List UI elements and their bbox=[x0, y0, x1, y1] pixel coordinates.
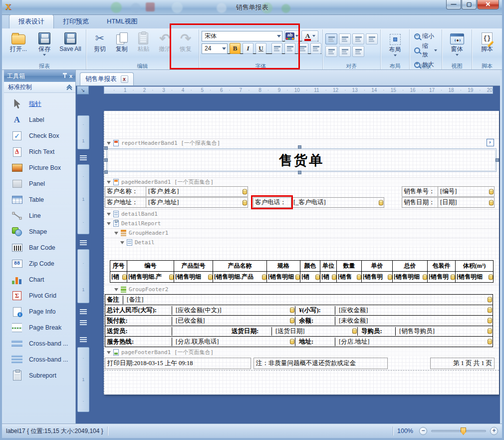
snap-to-grid-button[interactable] bbox=[325, 33, 337, 44]
toolbox-item-picture-box[interactable]: Picture Box bbox=[4, 160, 75, 176]
cut-button[interactable]: ✂ 剪切 bbox=[89, 30, 111, 53]
tab-print-preview[interactable]: 打印预览 bbox=[54, 15, 98, 28]
collapse-triangle-icon[interactable] bbox=[114, 232, 118, 235]
band-page-header[interactable]: pageHeaderBand1 [一个页面集合] bbox=[104, 177, 499, 186]
summary-row-prepaid[interactable]: 预付款: [已收金额] 余额: [未收金额] bbox=[105, 316, 493, 326]
smart-tag-button[interactable] bbox=[487, 139, 494, 146]
toolbox-item-rich-text[interactable]: A Rich Text bbox=[4, 144, 75, 160]
band-grip-handle[interactable] bbox=[80, 155, 87, 160]
close-tab-icon[interactable]: x bbox=[121, 75, 128, 83]
pin-icon[interactable] bbox=[62, 73, 67, 79]
zoom-slider-thumb[interactable] bbox=[461, 428, 466, 435]
align-bottoms-button[interactable] bbox=[352, 46, 364, 57]
copy-button[interactable]: 复制 bbox=[111, 30, 133, 53]
align-text-center-button[interactable] bbox=[284, 43, 295, 54]
detail-table[interactable]: 序号编号 产品型号产品名称 规格颜色 单位数量 单价总价 包装件体积(m³) [… bbox=[110, 260, 494, 283]
field-customer-name[interactable]: 客户名称： [客户.姓名] bbox=[105, 186, 248, 197]
tab-html-view[interactable]: HTML视图 bbox=[98, 15, 146, 28]
paste-button[interactable]: 粘贴 bbox=[133, 30, 155, 53]
band-grip-handle[interactable] bbox=[80, 309, 87, 314]
toolbox-section-standard-controls[interactable]: 标准控制 bbox=[4, 82, 75, 93]
summary-row-hotline[interactable]: 服务热线: [分店.联系电话] 地址: [分店.地址] bbox=[105, 337, 493, 347]
undo-button[interactable]: ↶ 撤消 bbox=[154, 30, 175, 53]
toolbox-item-pointer[interactable]: 指针 bbox=[4, 96, 75, 112]
zoom-button[interactable]: 缩放 bbox=[412, 41, 439, 59]
band-report-header[interactable]: reportHeaderBand1 [一个报表集合] bbox=[104, 138, 499, 147]
toolbox-item-page-break[interactable]: Page Break bbox=[4, 320, 75, 336]
script-button[interactable]: {} 脚本 bbox=[475, 30, 500, 53]
collapse-triangle-icon[interactable] bbox=[120, 241, 124, 244]
bold-button[interactable]: B bbox=[230, 43, 241, 54]
collapse-triangle-icon[interactable] bbox=[107, 222, 111, 225]
summary-row-remark[interactable]: 备注 [备注] bbox=[105, 295, 493, 305]
band-grip-handle[interactable] bbox=[80, 240, 87, 245]
align-centers-button[interactable] bbox=[352, 33, 364, 44]
save-all-button[interactable]: Save All bbox=[57, 30, 83, 53]
band-group-footer[interactable]: GroupFooter2 bbox=[104, 285, 499, 294]
underline-button[interactable]: U bbox=[255, 43, 266, 54]
field-order-number[interactable]: 销售单号： [编号] bbox=[402, 186, 495, 197]
collapse-triangle-icon[interactable] bbox=[107, 351, 111, 354]
toolbox-item-page-info[interactable]: Page Info bbox=[4, 304, 75, 320]
field-customer-address[interactable]: 客户地址： [客户.地址] bbox=[105, 197, 248, 208]
toolbox-item-table[interactable]: Table bbox=[4, 192, 75, 208]
save-button[interactable]: 保存 bbox=[31, 30, 57, 57]
tab-report-design[interactable]: 报表设计 bbox=[9, 14, 54, 28]
band-page-footer[interactable]: pageFooterBand1 [一个页面集合] bbox=[104, 348, 499, 357]
close-button[interactable]: ✕ bbox=[477, 0, 499, 9]
detail-table-header-row[interactable]: 序号编号 产品型号产品名称 规格颜色 单位数量 单价总价 包装件体积(m³) bbox=[110, 261, 494, 272]
align-text-left-button[interactable] bbox=[271, 43, 282, 54]
toolbox-item-checkbox[interactable]: ✓ Check Box bbox=[4, 128, 75, 144]
band-grip-handle[interactable] bbox=[80, 320, 87, 325]
toolbox-item-line[interactable]: Line bbox=[4, 208, 75, 224]
toolbox-item-pivot-grid[interactable]: Σ Pivot Grid bbox=[4, 288, 75, 304]
collapse-triangle-icon[interactable] bbox=[107, 181, 111, 184]
selection-handle[interactable] bbox=[298, 145, 301, 149]
close-icon[interactable]: x bbox=[69, 73, 72, 79]
selection-handle[interactable] bbox=[104, 146, 108, 150]
toolbox-item-panel[interactable]: Panel bbox=[4, 176, 75, 192]
toolbox-item-subreport[interactable]: Subreport bbox=[4, 368, 75, 384]
field-sale-date[interactable]: 销售日期： [日期] bbox=[402, 197, 495, 208]
summary-table[interactable]: 备注 [备注] 总计人民币(大写): [应收金额(中文)] ¥(小写): [应收… bbox=[105, 294, 493, 347]
align-tops-button[interactable] bbox=[325, 46, 337, 57]
collapse-triangle-icon[interactable] bbox=[107, 213, 111, 216]
maximize-button[interactable]: ▢ bbox=[462, 0, 477, 9]
field-customer-phone[interactable]: 客户电话： [_客户电话] bbox=[253, 197, 384, 208]
collapse-triangle-icon[interactable] bbox=[107, 142, 111, 145]
toolbox-item-cross-band-line[interactable]: Cross-band ... bbox=[4, 336, 75, 352]
detail-table-data-row[interactable]: [销 [销售明细.产 [销售明细 [销售明细.产品 [销售明细 [销 [销 [销… bbox=[110, 272, 494, 283]
toolbox-item-chart[interactable]: Chart bbox=[4, 272, 75, 288]
font-color-button[interactable]: A bbox=[301, 30, 318, 41]
band-grip-handle[interactable] bbox=[80, 337, 87, 342]
align-text-right-button[interactable] bbox=[297, 43, 308, 54]
selection-handle[interactable] bbox=[496, 158, 499, 162]
align-middles-button[interactable] bbox=[339, 46, 351, 57]
zoom-in-circle-button[interactable]: + bbox=[490, 427, 498, 435]
save-dropdown-icon[interactable] bbox=[43, 54, 46, 56]
collapse-triangle-icon[interactable] bbox=[114, 288, 118, 291]
band-detail-report[interactable]: DetailReport bbox=[104, 219, 499, 228]
document-tab-sales-report[interactable]: 销售单报表 x bbox=[80, 72, 134, 85]
zoom-out-circle-button[interactable]: − bbox=[419, 427, 427, 435]
selection-handle[interactable] bbox=[104, 158, 108, 162]
band-group-header[interactable]: GroupHeader1 bbox=[104, 228, 499, 237]
redo-button[interactable]: ↷ 恢复 bbox=[175, 30, 196, 53]
layout-button[interactable]: 布局 bbox=[383, 30, 407, 57]
toolbox-item-zip-code[interactable]: 88 Zip Code bbox=[4, 256, 75, 272]
zoom-out-button[interactable]: − 缩小 bbox=[412, 31, 439, 41]
minimize-button[interactable]: — bbox=[446, 0, 461, 9]
highlight-color-button[interactable]: ab bbox=[284, 30, 299, 41]
zoom-slider-track[interactable] bbox=[431, 430, 486, 432]
align-lefts-button[interactable] bbox=[339, 33, 351, 44]
print-date-label[interactable]: 打印日期:2018-03-15 上午 09:18 bbox=[105, 358, 251, 369]
band-detail[interactable]: Detail bbox=[104, 238, 499, 247]
toolbox-item-label[interactable]: A Label bbox=[4, 112, 75, 128]
toolbox-item-bar-code[interactable]: Bar Code bbox=[4, 240, 75, 256]
selection-handle[interactable] bbox=[298, 171, 301, 174]
toolbox-item-cross-band-box[interactable]: Cross-band ... bbox=[4, 352, 75, 368]
summary-row-total[interactable]: 总计人民币(大写): [应收金额(中文)] ¥(小写): [应收金额] bbox=[105, 305, 493, 316]
ruler-corner-button[interactable]: ↘ bbox=[77, 86, 89, 94]
font-size-combobox[interactable]: 24 bbox=[202, 43, 228, 54]
italic-button[interactable]: I bbox=[243, 43, 253, 54]
